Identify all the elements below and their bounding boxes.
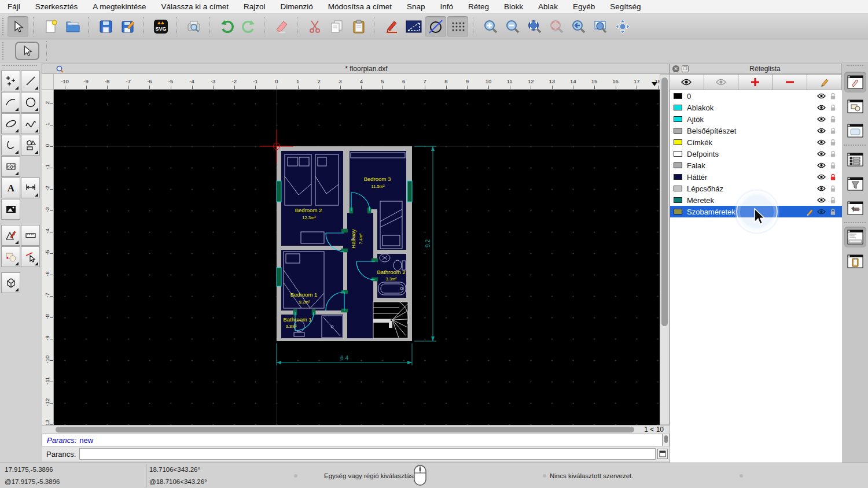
- draw-order-button[interactable]: [381, 16, 402, 37]
- zoom-auto-button[interactable]: [524, 16, 545, 37]
- layer-color-swatch[interactable]: [674, 128, 682, 134]
- dock-pen-widget-button[interactable]: [844, 72, 866, 93]
- menu-item[interactable]: Válassza ki a címet: [154, 0, 236, 14]
- layer-edit-pencil-icon[interactable]: [804, 208, 815, 216]
- command-detach-button[interactable]: [657, 449, 668, 459]
- 3d-tools[interactable]: [1, 272, 20, 293]
- block-tools[interactable]: [1, 246, 20, 267]
- redo-button[interactable]: [238, 16, 259, 37]
- menu-item[interactable]: Réteg: [461, 0, 496, 14]
- layer-color-swatch[interactable]: [674, 116, 682, 122]
- layer-row[interactable]: Ablakok: [670, 102, 842, 113]
- layer-visibility-toggle[interactable]: [815, 139, 827, 145]
- hatch-tool[interactable]: [1, 156, 20, 177]
- command-history-scrollbar[interactable]: [663, 434, 670, 446]
- svg-export-button[interactable]: SVG: [150, 16, 171, 37]
- layer-row[interactable]: Falak: [670, 160, 842, 171]
- layer-visibility-toggle[interactable]: [815, 93, 827, 99]
- scrollbar-thumb[interactable]: [56, 427, 634, 432]
- toolbar-handle[interactable]: [2, 18, 7, 35]
- layer-visibility-toggle[interactable]: [815, 116, 827, 122]
- layer-lock-icon[interactable]: [827, 197, 838, 204]
- menu-item[interactable]: Snap: [399, 0, 433, 14]
- delete-button[interactable]: [271, 16, 292, 37]
- layer-lock-icon-locked[interactable]: [827, 173, 838, 181]
- layer-color-swatch[interactable]: [674, 197, 682, 203]
- zoom-in-button[interactable]: [480, 16, 501, 37]
- layer-visibility-toggle[interactable]: [815, 128, 827, 134]
- selection-pointer-button[interactable]: [15, 42, 39, 60]
- layer-lock-icon[interactable]: [827, 208, 838, 216]
- layer-panel-undock-button[interactable]: ❐: [682, 65, 689, 72]
- layer-visibility-toggle[interactable]: [815, 174, 827, 180]
- layer-row[interactable]: 0: [670, 90, 842, 102]
- spline-tool[interactable]: [21, 113, 40, 134]
- layer-row[interactable]: Háttér: [670, 171, 842, 183]
- dock-block-widget-button[interactable]: [844, 96, 866, 117]
- dock-clipboard-widget-button[interactable]: [844, 251, 866, 272]
- palette-handle[interactable]: [2, 65, 37, 69]
- layer-color-swatch[interactable]: [674, 151, 682, 157]
- layer-color-swatch[interactable]: [674, 186, 682, 191]
- layer-visibility-toggle[interactable]: [815, 151, 827, 157]
- remove-layer-button[interactable]: [773, 74, 808, 90]
- image-tool[interactable]: [1, 199, 20, 220]
- layer-row[interactable]: Ajtók: [670, 113, 842, 125]
- open-file-button[interactable]: [62, 16, 83, 37]
- copy-button[interactable]: [326, 16, 347, 37]
- points-tool[interactable]: [1, 71, 20, 91]
- zoom-selection-button[interactable]: [546, 16, 567, 37]
- show-all-layers-button[interactable]: [669, 74, 704, 90]
- toolbar-handle[interactable]: [2, 42, 7, 60]
- menu-item[interactable]: Szerkesztés: [28, 0, 86, 14]
- new-file-button[interactable]: [41, 16, 61, 37]
- zoom-window-button[interactable]: [590, 16, 611, 37]
- drawing-window-titlebar[interactable]: * floorplan.dxf: [42, 64, 670, 74]
- menu-item[interactable]: Dimenzió: [273, 0, 320, 14]
- delete-entity-tool[interactable]: [21, 246, 40, 267]
- layer-lock-icon[interactable]: [827, 185, 838, 193]
- polyline-tool[interactable]: [1, 135, 20, 156]
- menu-item[interactable]: Infó: [433, 0, 461, 14]
- add-layer-button[interactable]: [738, 74, 773, 90]
- menu-item[interactable]: Egyéb: [565, 0, 602, 14]
- angle-reference-button[interactable]: [403, 16, 424, 37]
- menu-item[interactable]: Módosítsa a címet: [321, 0, 399, 14]
- hide-all-layers-button[interactable]: [704, 74, 739, 90]
- line-tool[interactable]: [21, 71, 40, 91]
- layer-visibility-toggle[interactable]: [815, 197, 827, 203]
- layer-panel-close-button[interactable]: ✕: [672, 65, 679, 72]
- layer-row[interactable]: Belsőépítészet: [670, 125, 842, 136]
- layer-lock-icon[interactable]: [827, 104, 838, 112]
- drawing-canvas[interactable]: Bedroom 2 12.3m² Bedroom 3 11.5m² Hallwa…: [54, 90, 660, 425]
- layer-color-swatch[interactable]: [674, 209, 682, 215]
- menu-item[interactable]: Fájl: [0, 0, 28, 14]
- layer-visibility-toggle[interactable]: [815, 186, 827, 191]
- dock-handle[interactable]: [847, 65, 863, 68]
- layer-color-swatch[interactable]: [674, 139, 682, 145]
- canvas-vertical-scrollbar[interactable]: [660, 74, 670, 425]
- dimension-tool[interactable]: [21, 178, 40, 198]
- polygon-tool[interactable]: [21, 135, 40, 156]
- layer-color-swatch[interactable]: [674, 105, 682, 110]
- dock-layer-list-button[interactable]: [844, 149, 866, 170]
- select-tool-button[interactable]: [8, 16, 28, 37]
- layer-lock-icon[interactable]: [827, 116, 838, 123]
- ellipse-tool[interactable]: [1, 113, 20, 134]
- menu-item[interactable]: Rajzol: [236, 0, 273, 14]
- print-preview-button[interactable]: [183, 16, 204, 37]
- layer-lock-icon[interactable]: [827, 150, 838, 158]
- layer-lock-icon[interactable]: [827, 93, 838, 100]
- construction-lines-toggle[interactable]: [425, 16, 446, 37]
- edit-layer-button[interactable]: [807, 74, 842, 90]
- circle-tool[interactable]: [21, 92, 40, 113]
- measure-tool[interactable]: [21, 225, 40, 246]
- scrollbar-thumb[interactable]: [661, 77, 668, 326]
- dock-filter-widget-button[interactable]: [844, 173, 866, 194]
- pan-button[interactable]: [612, 16, 633, 37]
- canvas-horizontal-scrollbar[interactable]: 1 < 10: [42, 425, 670, 434]
- save-as-button[interactable]: [117, 16, 138, 37]
- arc-tool[interactable]: [1, 92, 20, 113]
- dock-pen-palette-button[interactable]: [844, 198, 866, 219]
- menu-item[interactable]: Segítség: [602, 0, 648, 14]
